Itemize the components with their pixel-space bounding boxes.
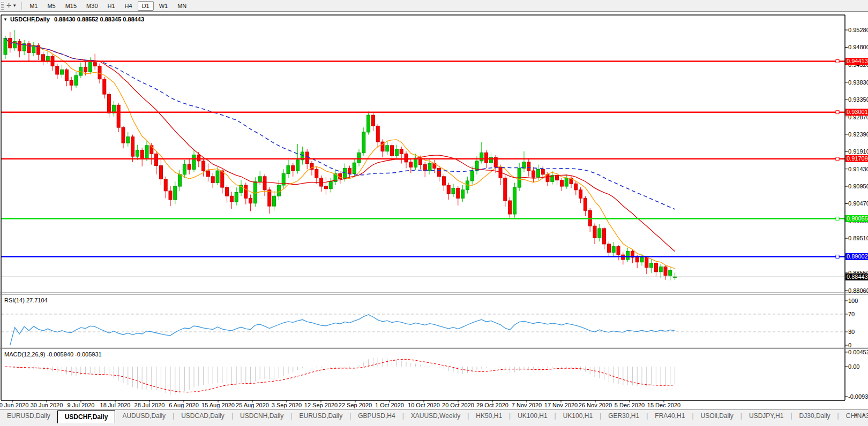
chart-symbol-label: USDCHF,Daily <box>10 16 50 22</box>
date-tick-label: 10 Oct 2020 <box>408 402 440 408</box>
date-tick-label: 26 Nov 2020 <box>579 402 612 408</box>
date-tick-label: 5 Dec 2020 <box>615 402 645 408</box>
date-tick-label: 30 Jun 2020 <box>31 402 63 408</box>
chart-tab-uk100-h1[interactable]: UK100,H1 <box>556 410 600 424</box>
date-tick-label: 9 Jul 2020 <box>68 402 95 408</box>
tab-scroll-left-icon[interactable]: ◄ <box>853 412 858 417</box>
macd-tick-label: 0.00 <box>848 363 859 370</box>
price-tick-label: 0.93350 <box>848 96 868 103</box>
date-tick-label: 18 Jul 2020 <box>100 402 131 408</box>
date-tick-label: 15 Dec 2020 <box>647 402 680 408</box>
macd-indicator-label: MACD(12,26,9) -0.005940 -0.005931 <box>4 351 102 357</box>
macd-tick-label: 0.004527 <box>848 349 868 355</box>
date-tick-label: 3 Sep 2020 <box>272 402 302 408</box>
chart-tab-usdjpy-h1[interactable]: USDJPY,H1 <box>742 410 790 424</box>
date-tick-label: 22 Sep 2020 <box>339 402 372 408</box>
chart-tab-usdchf-daily[interactable]: USDCHF,Daily <box>57 410 116 424</box>
price-tick-label: 0.91910 <box>848 148 868 155</box>
chart-tab-eurusd-daily[interactable]: EURUSD,Daily <box>292 410 349 424</box>
rsi-tick-label: 30 <box>848 329 855 335</box>
chart-canvas[interactable] <box>0 0 868 426</box>
rsi-indicator-label: RSI(14) 27.7104 <box>4 297 48 303</box>
date-tick-label: 7 Nov 2020 <box>512 402 542 408</box>
date-tick-label: 29 Oct 2020 <box>476 402 508 408</box>
rsi-tick-label: 0 <box>848 342 851 348</box>
chart-title: ▼USDCHF,Daily0.88430 0.88552 0.88345 0.8… <box>3 16 144 22</box>
chart-ohlc-values: 0.88430 0.88552 0.88345 0.88443 <box>54 16 144 22</box>
chart-tab-ger30-h1[interactable]: GER30,H1 <box>601 410 646 424</box>
level-price-label: 0.93001 <box>845 109 868 116</box>
chart-tab-bar: EURUSD,DailyUSDCHF,DailyAUDUSD,Daily|USD… <box>0 409 868 424</box>
level-price-label: 0.91709 <box>845 155 868 162</box>
tab-scroll-buttons: ◄ ► <box>853 412 867 417</box>
chart-tab-fra40-h1[interactable]: FRA40,H1 <box>648 410 692 424</box>
terminal-window: ✛ ▼ M1M5M15M30H1H4D1W1MN ▼USDCHF,Daily0.… <box>0 0 868 426</box>
date-tick-label: 6 Aug 2020 <box>169 402 199 408</box>
chart-tab-gbpusd-h4[interactable]: GBPUSD,H4 <box>351 410 402 424</box>
date-tick-label: 20 Oct 2020 <box>442 402 474 408</box>
price-tick-label: 0.90470 <box>848 200 868 207</box>
date-tick-label: 25 Aug 2020 <box>236 402 269 408</box>
level-price-label: 0.89002 <box>845 253 868 260</box>
date-tick-label: 1 Oct 2020 <box>375 402 404 408</box>
date-tick-label: 17 Nov 2020 <box>544 402 578 408</box>
price-tick-label: 0.89510 <box>848 235 868 241</box>
date-tick-label: 15 Aug 2020 <box>201 402 235 408</box>
chart-tab-usoil-daily[interactable]: USOil,Daily <box>694 410 740 424</box>
current-price-label: 0.88443 <box>845 273 868 280</box>
chart-tab-usdcad-daily[interactable]: USDCAD,Daily <box>174 410 231 424</box>
one-click-collapse-icon[interactable]: ▼ <box>3 17 8 22</box>
date-tick-label: 20 Jun 2020 <box>0 402 28 408</box>
rsi-tick-label: 100 <box>848 298 858 304</box>
status-bar <box>0 423 868 426</box>
date-tick-label: 12 Sep 2020 <box>304 402 338 408</box>
rsi-tick-label: 70 <box>848 311 855 317</box>
level-price-label: 0.94413 <box>845 58 868 65</box>
chart-tab-dj30-daily[interactable]: DJ30,Daily <box>792 410 837 424</box>
tab-scroll-right-icon[interactable]: ► <box>862 412 867 417</box>
chart-tab-xauusd-weekly[interactable]: XAUUSD,Weekly <box>404 410 467 424</box>
date-tick-label: 28 Jul 2020 <box>134 402 165 408</box>
chart-tab-eurusd-daily[interactable]: EURUSD,Daily <box>0 410 57 424</box>
macd-tick-label: -0.009348 <box>848 393 868 400</box>
price-tick-label: 0.90950 <box>848 183 868 189</box>
price-tick-label: 0.94800 <box>848 44 868 50</box>
chart-tab-audusd-daily[interactable]: AUDUSD,Daily <box>115 410 173 424</box>
price-tick-label: 0.92390 <box>848 131 868 138</box>
level-price-label: 0.90055 <box>845 215 868 222</box>
price-tick-label: 0.93830 <box>848 79 868 86</box>
chart-tab-uk100-h1[interactable]: UK100,H1 <box>511 410 554 424</box>
chart-tab-usdcnh-daily[interactable]: USDCNH,Daily <box>233 410 290 424</box>
price-tick-label: 0.91430 <box>848 166 868 172</box>
chart-tab-hk50-h1[interactable]: HK50,H1 <box>469 410 509 424</box>
price-tick-label: 0.88060 <box>848 287 868 294</box>
price-tick-label: 0.95280 <box>848 27 868 33</box>
